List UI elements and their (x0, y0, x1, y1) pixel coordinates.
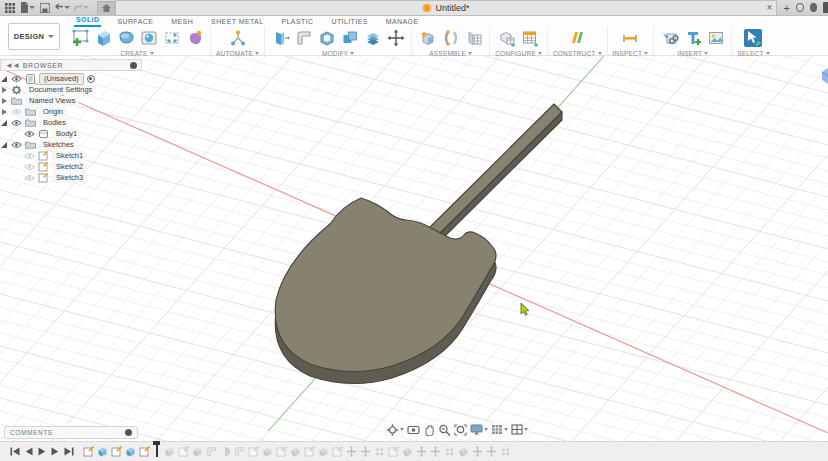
split-body-icon[interactable] (362, 28, 383, 49)
browser-row-sketches[interactable]: Sketches (0, 139, 142, 150)
measure-icon[interactable] (620, 28, 641, 49)
volumetric-lattice-icon[interactable] (184, 28, 205, 49)
create-sketch-icon[interactable] (69, 28, 90, 49)
timeline-feature-extrude[interactable] (289, 445, 301, 457)
tab-solid[interactable]: SOLID (74, 16, 101, 27)
timeline-feature-move[interactable] (415, 445, 427, 457)
browser-row-origin[interactable]: Origin (0, 106, 142, 117)
browser-row-body1[interactable]: Body1 (0, 128, 142, 139)
document-tab[interactable]: Untitled* × (115, 0, 777, 15)
timeline-feature-sketch[interactable] (331, 445, 343, 457)
timeline-feature-sketch[interactable] (177, 445, 189, 457)
extension-circle-icon[interactable] (796, 3, 804, 12)
expander-icon[interactable] (0, 76, 8, 82)
timeline-playhead[interactable] (153, 441, 160, 457)
timeline-feature-pattern[interactable] (499, 445, 511, 457)
group-label-insert[interactable]: INSERT (677, 50, 708, 57)
viewcube-partial[interactable] (822, 68, 828, 84)
browser-row-bodies[interactable]: Bodies (0, 117, 142, 128)
visibility-eye-icon[interactable] (24, 152, 35, 160)
automate-icon[interactable] (227, 28, 248, 49)
configuration-icon[interactable] (497, 28, 518, 49)
group-label-configure[interactable]: CONFIGURE (495, 50, 542, 57)
group-label-inspect[interactable]: INSPECT (613, 50, 649, 57)
timeline-feature-sketch[interactable] (110, 445, 122, 457)
profile-partial-icon[interactable] (823, 2, 828, 13)
timeline-feature-pattern[interactable] (373, 445, 385, 457)
step-back-button[interactable] (25, 447, 33, 456)
group-label-assemble[interactable]: ASSEMBLE (429, 50, 472, 57)
grid-and-snaps-icon[interactable] (491, 424, 508, 435)
timeline-feature-sketch[interactable] (247, 445, 259, 457)
combine-icon[interactable] (339, 28, 360, 49)
timeline-feature-sketch[interactable] (303, 445, 315, 457)
as-built-joint-icon[interactable] (463, 28, 484, 49)
browser-row-sketch2[interactable]: Sketch2 (0, 161, 142, 172)
timeline-feature-extrude[interactable] (457, 445, 469, 457)
select-icon[interactable] (743, 28, 764, 49)
create-form-icon[interactable] (115, 28, 136, 49)
fillet-icon[interactable] (293, 28, 314, 49)
zoom-icon[interactable] (438, 424, 451, 436)
display-settings-icon[interactable] (470, 424, 488, 435)
fit-icon[interactable] (454, 424, 467, 436)
group-label-modify[interactable]: MODIFY (322, 50, 354, 57)
visibility-eye-icon[interactable] (24, 174, 35, 182)
browser-row-document-settings[interactable]: Document Settings (0, 84, 142, 95)
group-label-select[interactable]: SELECT (737, 50, 770, 57)
timeline-feature-extrude[interactable] (163, 445, 175, 457)
3d-viewport-canvas[interactable]: ◄◄ BROWSER (Unsaved)Document SettingsNam… (0, 56, 828, 441)
visibility-eye-icon[interactable] (11, 119, 22, 127)
visibility-eye-icon[interactable] (11, 75, 22, 83)
undo-icon[interactable] (55, 1, 70, 15)
configuration-table-icon[interactable] (520, 28, 541, 49)
expander-icon[interactable] (0, 109, 8, 115)
home-tab[interactable] (97, 1, 115, 15)
timeline-feature-fillet[interactable] (205, 445, 217, 457)
canvas-icon[interactable] (705, 28, 726, 49)
joint-icon[interactable] (440, 28, 461, 49)
viewports-icon[interactable] (511, 424, 528, 435)
insert-part-icon[interactable] (682, 28, 703, 49)
revolve-icon[interactable] (138, 28, 159, 49)
timeline-feature-fillet[interactable] (233, 445, 245, 457)
pan-icon[interactable] (423, 424, 435, 436)
timeline-feature-extrude[interactable] (401, 445, 413, 457)
timeline-feature-sketch[interactable] (387, 445, 399, 457)
browser-row-unsaved[interactable]: (Unsaved) (0, 73, 142, 84)
visibility-eye-icon[interactable] (24, 130, 35, 138)
browser-settings-icon[interactable] (130, 62, 137, 69)
step-forward-button[interactable] (51, 447, 59, 456)
group-label-automate[interactable]: AUTOMATE (216, 50, 259, 57)
comments-bar[interactable]: COMMENTS (4, 426, 138, 439)
timeline-feature-sketch[interactable] (138, 445, 150, 457)
visibility-eye-icon[interactable] (11, 141, 22, 149)
tab-mesh[interactable]: MESH (169, 18, 195, 27)
timeline-feature-extrude[interactable] (96, 445, 108, 457)
timeline-feature-move[interactable] (471, 445, 483, 457)
construct-plane-icon[interactable] (567, 28, 588, 49)
browser-row-named-views[interactable]: Named Views (0, 95, 142, 106)
move-icon[interactable] (385, 28, 406, 49)
file-icon[interactable] (20, 1, 35, 15)
look-at-icon[interactable] (407, 425, 420, 435)
tab-utilities[interactable]: UTILITIES (329, 18, 369, 27)
pattern-icon[interactable] (161, 28, 182, 49)
timeline-feature-sketch[interactable] (82, 445, 94, 457)
guitar-body-model[interactable] (275, 104, 562, 384)
tab-manage[interactable]: MANAGE (384, 18, 421, 27)
insert-derive-icon[interactable] (659, 28, 680, 49)
app-grid-icon[interactable] (4, 1, 16, 15)
group-label-create[interactable]: CREATE (120, 50, 153, 57)
press-pull-icon[interactable] (270, 28, 291, 49)
collapse-panel-icon[interactable]: ◄◄ (5, 61, 19, 70)
timeline-feature-move[interactable] (345, 445, 357, 457)
timeline-feature-move[interactable] (359, 445, 371, 457)
browser-row-sketch1[interactable]: Sketch1 (0, 150, 142, 161)
tab-plastic[interactable]: PLASTIC (279, 18, 315, 27)
timeline-feature-extrude[interactable] (191, 445, 203, 457)
go-to-end-button[interactable] (64, 447, 74, 456)
visibility-eye-icon[interactable] (24, 163, 35, 171)
timeline-feature-move[interactable] (485, 445, 497, 457)
notification-circle-icon[interactable] (810, 3, 818, 12)
